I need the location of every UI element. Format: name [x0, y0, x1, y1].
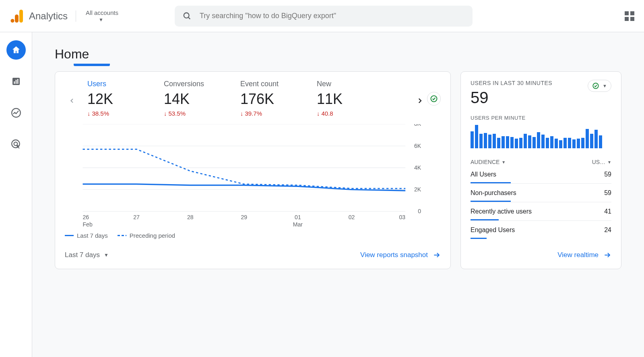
arrow-down-icon: ↓: [164, 110, 167, 117]
metric-value: 14K: [164, 91, 212, 108]
users-column-header[interactable]: US… ▼: [592, 159, 611, 165]
scroll-left-button[interactable]: [65, 93, 79, 108]
search-input[interactable]: [200, 12, 464, 20]
audience-column-header[interactable]: AUDIENCE ▼: [471, 159, 506, 165]
date-range-label: Last 7 days: [65, 251, 100, 259]
audience-row[interactable]: All Users59: [471, 165, 611, 183]
spark-bar: [488, 135, 491, 148]
overview-card: Users 12K ↓ 38.5%Conversions 14K ↓ 53.5%…: [55, 71, 451, 269]
metric-event-count[interactable]: Event count 176K ↓ 39.7%: [240, 80, 289, 117]
row-label: Recently active users: [471, 208, 532, 215]
spark-bar: [555, 139, 558, 148]
metric-label: New: [317, 80, 365, 88]
spark-bar: [519, 138, 522, 148]
svg-line-4: [188, 17, 190, 19]
metric-value: 12K: [87, 91, 136, 108]
target-click-icon: [11, 139, 21, 149]
nav-reports[interactable]: [6, 72, 26, 91]
svg-rect-0: [19, 10, 23, 23]
svg-rect-7: [15, 80, 17, 84]
spark-bar: [524, 134, 527, 148]
metric-conversions[interactable]: Conversions 14K ↓ 53.5%: [164, 80, 212, 117]
row-value: 59: [604, 189, 611, 197]
metric-value: 11K: [317, 91, 365, 108]
apps-icon[interactable]: [625, 11, 634, 21]
chart-legend: Last 7 days Preceding period: [65, 232, 441, 239]
metric-label: Conversions: [164, 80, 212, 88]
spark-bar: [541, 135, 545, 148]
metric-new[interactable]: New 11K ↓ 40.8: [317, 80, 365, 117]
spark-bar: [559, 140, 562, 148]
view-snapshot-link[interactable]: View reports snapshot: [360, 251, 441, 259]
status-badge[interactable]: [427, 92, 441, 106]
metric-users[interactable]: Users 12K ↓ 38.5%: [87, 80, 136, 117]
realtime-sublabel: USERS PER MINUTE: [471, 115, 611, 121]
scroll-right-button[interactable]: [413, 93, 427, 108]
svg-text:Mar: Mar: [293, 221, 303, 228]
trend-circle-icon: [11, 108, 21, 118]
spark-bar: [475, 125, 478, 148]
view-realtime-link[interactable]: View realtime: [557, 251, 611, 259]
divider: [76, 10, 76, 22]
link-text: View reports snapshot: [360, 251, 428, 259]
svg-text:0: 0: [418, 208, 421, 214]
metric-change: ↓ 53.5%: [164, 110, 212, 117]
topbar: Analytics All accounts ▼: [0, 0, 644, 32]
svg-rect-1: [15, 15, 19, 23]
row-label: All Users: [471, 171, 496, 178]
nav-home[interactable]: [6, 40, 26, 60]
realtime-status-dropdown[interactable]: ▼: [588, 80, 611, 92]
realtime-card: USERS IN LAST 30 MINUTES 59 ▼ USERS PER …: [460, 71, 621, 269]
spark-bar: [497, 138, 500, 148]
svg-text:26: 26: [83, 214, 89, 220]
account-selector[interactable]: All accounts ▼: [86, 9, 118, 23]
sparkline-chart: [471, 124, 611, 148]
row-bar: [471, 238, 487, 239]
date-range-selector[interactable]: Last 7 days ▼: [65, 251, 109, 259]
arrow-down-icon: ↓: [240, 110, 244, 117]
main-area: Home Users 12K ↓ 38.5%Conversions 14K ↓ …: [32, 32, 644, 357]
metric-label: Event count: [240, 80, 289, 88]
row-label: Engaged Users: [471, 226, 515, 234]
svg-text:6K: 6K: [414, 143, 421, 149]
chevron-down-icon: ▼: [603, 83, 607, 88]
spark-bar: [533, 137, 536, 148]
audience-row[interactable]: Non-purchasers59: [471, 183, 611, 202]
svg-text:29: 29: [241, 214, 247, 220]
spark-bar: [594, 130, 598, 148]
logo[interactable]: Analytics: [10, 9, 68, 23]
spark-bar: [493, 134, 496, 148]
bar-chart-icon: [11, 77, 21, 86]
chevron-down-icon: ▼: [502, 160, 506, 164]
row-value: 41: [604, 208, 611, 215]
audience-row[interactable]: Recently active users41: [471, 202, 611, 220]
chevron-left-icon: [69, 98, 75, 104]
page-title: Home: [55, 47, 621, 62]
spark-bar: [515, 139, 518, 148]
chevron-right-icon: [416, 97, 423, 104]
realtime-table: All Users59Non-purchasers59Recently acti…: [471, 165, 611, 239]
legend-current: Last 7 days: [77, 232, 108, 239]
metrics-scroller: Users 12K ↓ 38.5%Conversions 14K ↓ 53.5%…: [87, 80, 413, 117]
svg-rect-6: [14, 81, 15, 84]
svg-text:01: 01: [295, 214, 301, 220]
search-icon: [183, 12, 192, 21]
spark-bar: [581, 138, 584, 148]
svg-text:4K: 4K: [414, 164, 421, 171]
svg-rect-8: [17, 79, 19, 84]
chevron-down-icon: ▼: [99, 17, 103, 23]
spark-bar: [510, 137, 514, 148]
arrow-down-icon: ↓: [317, 110, 320, 117]
nav-explore[interactable]: [6, 103, 26, 122]
spark-bar: [550, 136, 553, 148]
legend-solid-icon: [65, 235, 74, 236]
nav-advertising[interactable]: [6, 135, 26, 154]
row-label: Non-purchasers: [471, 189, 516, 197]
metric-change: ↓ 39.7%: [240, 110, 289, 117]
spark-bar: [506, 136, 509, 148]
check-circle-icon: [592, 82, 599, 89]
search-bar[interactable]: [175, 6, 473, 27]
check-circle-icon: [430, 95, 438, 103]
spark-bar: [502, 136, 505, 148]
audience-row[interactable]: Engaged Users24: [471, 220, 611, 239]
